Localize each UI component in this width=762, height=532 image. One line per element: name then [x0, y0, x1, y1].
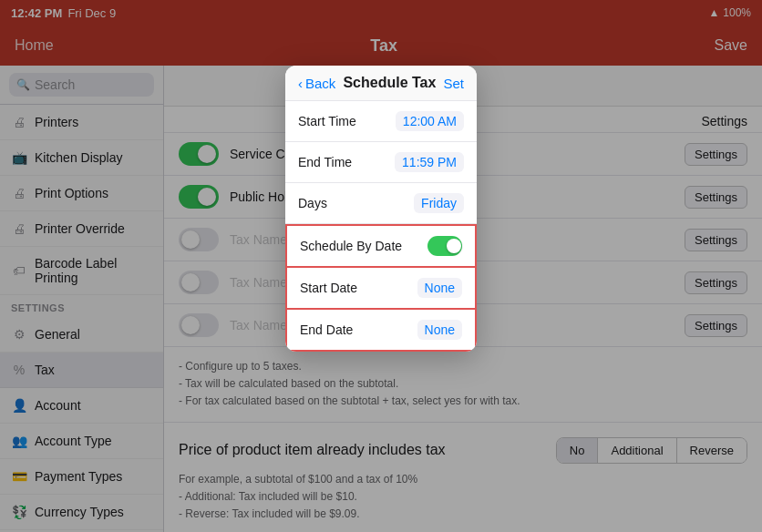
popup-set-button[interactable]: Set — [443, 76, 464, 91]
start-time-label: Start Time — [298, 114, 356, 128]
start-date-label: Start Date — [300, 281, 357, 295]
schedule-by-date-toggle-thumb — [447, 239, 461, 253]
schedule-by-date-label: Schedule By Date — [300, 239, 402, 253]
end-date-value[interactable]: None — [417, 320, 462, 340]
popup-row-start-time: Start Time 12:00 AM — [285, 101, 477, 142]
end-time-value[interactable]: 11:59 PM — [395, 152, 464, 172]
end-date-label: End Date — [300, 322, 353, 337]
days-value[interactable]: Friday — [414, 193, 464, 213]
days-label: Days — [298, 196, 327, 210]
schedule-by-date-toggle[interactable] — [427, 236, 462, 256]
popup-row-schedule-by-date: Schedule By Date — [285, 224, 477, 268]
popup-row-days: Days Friday — [285, 183, 477, 224]
popup-back-label: Back — [305, 76, 335, 91]
popup-title: Schedule Tax — [343, 75, 436, 91]
start-date-value[interactable]: None — [417, 278, 462, 298]
popup-row-end-date: End Date None — [285, 310, 477, 352]
popup-row-end-time: End Time 11:59 PM — [285, 142, 477, 183]
back-chevron-icon: ‹ — [298, 76, 303, 91]
popup-back-button[interactable]: ‹ Back — [298, 76, 335, 91]
schedule-tax-popup: ‹ Back Schedule Tax Set Start Time 12:00… — [285, 66, 477, 352]
start-time-value[interactable]: 12:00 AM — [396, 111, 464, 131]
end-time-label: End Time — [298, 155, 352, 169]
popup-row-start-date: Start Date None — [285, 268, 477, 310]
popup-nav: ‹ Back Schedule Tax Set — [285, 66, 477, 101]
